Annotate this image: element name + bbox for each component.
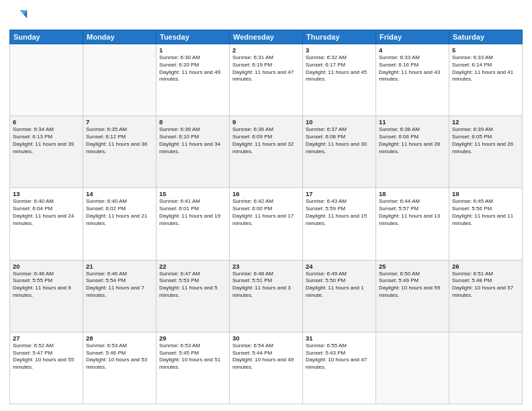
- day-number: 13: [13, 190, 80, 197]
- cell-info: Sunrise: 6:39 AMSunset: 6:05 PMDaylight:…: [452, 126, 519, 155]
- cell-info: Sunrise: 6:53 AMSunset: 5:45 PMDaylight:…: [159, 342, 226, 371]
- day-number: 17: [306, 190, 373, 197]
- col-header-thursday: Thursday: [303, 30, 376, 44]
- calendar-cell: 9Sunrise: 6:36 AMSunset: 6:09 PMDaylight…: [230, 116, 303, 188]
- day-number: 6: [13, 118, 80, 126]
- cell-info: Sunrise: 6:33 AMSunset: 6:14 PMDaylight:…: [452, 54, 519, 83]
- cell-info: Sunrise: 6:42 AMSunset: 6:00 PMDaylight:…: [232, 198, 300, 227]
- day-number: 3: [306, 46, 373, 54]
- cell-info: Sunrise: 6:47 AMSunset: 5:53 PMDaylight:…: [159, 271, 226, 300]
- calendar-row: 27Sunrise: 6:52 AMSunset: 5:47 PMDayligh…: [10, 332, 523, 404]
- cell-info: Sunrise: 6:36 AMSunset: 6:10 PMDaylight:…: [159, 126, 226, 155]
- day-number: 7: [86, 118, 153, 126]
- col-header-monday: Monday: [83, 30, 157, 44]
- cell-info: Sunrise: 6:40 AMSunset: 6:02 PMDaylight:…: [86, 198, 153, 227]
- calendar-cell: 14Sunrise: 6:40 AMSunset: 6:02 PMDayligh…: [83, 188, 157, 260]
- calendar-cell: 21Sunrise: 6:46 AMSunset: 5:54 PMDayligh…: [83, 260, 157, 332]
- cell-info: Sunrise: 6:33 AMSunset: 6:16 PMDaylight:…: [379, 54, 446, 83]
- day-number: 29: [159, 334, 226, 342]
- cell-info: Sunrise: 6:31 AMSunset: 6:19 PMDaylight:…: [232, 54, 300, 83]
- day-number: 19: [452, 190, 519, 197]
- day-number: 30: [232, 334, 300, 342]
- col-header-sunday: Sunday: [10, 30, 83, 44]
- calendar-page: SundayMondayTuesdayWednesdayThursdayFrid…: [0, 0, 532, 411]
- calendar-cell: 4Sunrise: 6:33 AMSunset: 6:16 PMDaylight…: [376, 44, 449, 116]
- cell-info: Sunrise: 6:55 AMSunset: 5:43 PMDaylight:…: [306, 342, 373, 371]
- day-number: 23: [232, 263, 300, 270]
- calendar-cell: 19Sunrise: 6:45 AMSunset: 5:56 PMDayligh…: [449, 188, 523, 260]
- calendar-cell: 12Sunrise: 6:39 AMSunset: 6:05 PMDayligh…: [449, 116, 523, 188]
- cell-info: Sunrise: 6:43 AMSunset: 5:59 PMDaylight:…: [306, 198, 373, 227]
- day-number: 8: [159, 118, 226, 126]
- cell-info: Sunrise: 6:35 AMSunset: 6:12 PMDaylight:…: [86, 126, 153, 155]
- calendar-cell: [376, 332, 449, 404]
- col-header-tuesday: Tuesday: [157, 30, 230, 44]
- day-number: 10: [306, 118, 373, 126]
- day-number: 1: [159, 46, 226, 54]
- day-number: 11: [379, 118, 446, 126]
- calendar-row: 1Sunrise: 6:30 AMSunset: 6:20 PMDaylight…: [10, 44, 523, 116]
- day-number: 28: [86, 334, 153, 342]
- calendar-cell: 24Sunrise: 6:49 AMSunset: 5:50 PMDayligh…: [303, 260, 376, 332]
- calendar-row: 6Sunrise: 6:34 AMSunset: 6:13 PMDaylight…: [10, 116, 523, 188]
- calendar-cell: 23Sunrise: 6:48 AMSunset: 5:51 PMDayligh…: [230, 260, 303, 332]
- calendar-cell: 30Sunrise: 6:54 AMSunset: 5:44 PMDayligh…: [230, 332, 303, 404]
- calendar-cell: 15Sunrise: 6:41 AMSunset: 6:01 PMDayligh…: [157, 188, 230, 260]
- calendar-cell: 1Sunrise: 6:30 AMSunset: 6:20 PMDaylight…: [157, 44, 230, 116]
- cell-info: Sunrise: 6:48 AMSunset: 5:51 PMDaylight:…: [232, 271, 300, 300]
- day-number: 12: [452, 118, 519, 126]
- day-number: 15: [159, 190, 226, 197]
- calendar-header-row: SundayMondayTuesdayWednesdayThursdayFrid…: [10, 30, 523, 44]
- calendar-cell: 18Sunrise: 6:44 AMSunset: 5:57 PMDayligh…: [376, 188, 449, 260]
- calendar-cell: 8Sunrise: 6:36 AMSunset: 6:10 PMDaylight…: [157, 116, 230, 188]
- calendar-cell: 3Sunrise: 6:32 AMSunset: 6:17 PMDaylight…: [303, 44, 376, 116]
- day-number: 2: [232, 46, 300, 54]
- day-number: 31: [306, 334, 373, 342]
- cell-info: Sunrise: 6:37 AMSunset: 6:08 PMDaylight:…: [306, 126, 373, 155]
- day-number: 27: [13, 334, 80, 342]
- day-number: 16: [232, 190, 300, 197]
- cell-info: Sunrise: 6:52 AMSunset: 5:47 PMDaylight:…: [13, 342, 80, 371]
- col-header-friday: Friday: [376, 30, 449, 44]
- cell-info: Sunrise: 6:46 AMSunset: 5:54 PMDaylight:…: [86, 271, 153, 300]
- cell-info: Sunrise: 6:40 AMSunset: 6:04 PMDaylight:…: [13, 198, 80, 227]
- day-number: 14: [86, 190, 153, 197]
- calendar-cell: 5Sunrise: 6:33 AMSunset: 6:14 PMDaylight…: [449, 44, 523, 116]
- calendar-cell: 6Sunrise: 6:34 AMSunset: 6:13 PMDaylight…: [10, 116, 83, 188]
- day-number: 20: [13, 263, 80, 270]
- col-header-saturday: Saturday: [449, 30, 523, 44]
- calendar-cell: 28Sunrise: 6:53 AMSunset: 5:46 PMDayligh…: [83, 332, 157, 404]
- calendar-cell: 16Sunrise: 6:42 AMSunset: 6:00 PMDayligh…: [230, 188, 303, 260]
- calendar-cell: [83, 44, 157, 116]
- day-number: 9: [232, 118, 300, 126]
- header: [9, 7, 523, 26]
- day-number: 4: [379, 46, 446, 54]
- cell-info: Sunrise: 6:50 AMSunset: 5:49 PMDaylight:…: [379, 271, 446, 300]
- cell-info: Sunrise: 6:46 AMSunset: 5:55 PMDaylight:…: [13, 271, 80, 300]
- calendar-table: SundayMondayTuesdayWednesdayThursdayFrid…: [9, 30, 523, 404]
- calendar-cell: 27Sunrise: 6:52 AMSunset: 5:47 PMDayligh…: [10, 332, 83, 404]
- calendar-cell: 10Sunrise: 6:37 AMSunset: 6:08 PMDayligh…: [303, 116, 376, 188]
- calendar-cell: 22Sunrise: 6:47 AMSunset: 5:53 PMDayligh…: [157, 260, 230, 332]
- calendar-cell: 17Sunrise: 6:43 AMSunset: 5:59 PMDayligh…: [303, 188, 376, 260]
- day-number: 22: [159, 263, 226, 270]
- logo-icon: [9, 7, 28, 26]
- calendar-cell: 25Sunrise: 6:50 AMSunset: 5:49 PMDayligh…: [376, 260, 449, 332]
- day-number: 25: [379, 263, 446, 270]
- calendar-cell: 29Sunrise: 6:53 AMSunset: 5:45 PMDayligh…: [157, 332, 230, 404]
- cell-info: Sunrise: 6:41 AMSunset: 6:01 PMDaylight:…: [159, 198, 226, 227]
- day-number: 18: [379, 190, 446, 197]
- calendar-cell: 26Sunrise: 6:51 AMSunset: 5:48 PMDayligh…: [449, 260, 523, 332]
- cell-info: Sunrise: 6:38 AMSunset: 6:06 PMDaylight:…: [379, 126, 446, 155]
- day-number: 21: [86, 263, 153, 270]
- calendar-cell: 31Sunrise: 6:55 AMSunset: 5:43 PMDayligh…: [303, 332, 376, 404]
- cell-info: Sunrise: 6:45 AMSunset: 5:56 PMDaylight:…: [452, 198, 519, 227]
- calendar-cell: 7Sunrise: 6:35 AMSunset: 6:12 PMDaylight…: [83, 116, 157, 188]
- col-header-wednesday: Wednesday: [230, 30, 303, 44]
- day-number: 26: [452, 263, 519, 270]
- logo: [9, 7, 30, 26]
- calendar-cell: 20Sunrise: 6:46 AMSunset: 5:55 PMDayligh…: [10, 260, 83, 332]
- calendar-cell: 2Sunrise: 6:31 AMSunset: 6:19 PMDaylight…: [230, 44, 303, 116]
- day-number: 24: [306, 263, 373, 270]
- calendar-cell: [449, 332, 523, 404]
